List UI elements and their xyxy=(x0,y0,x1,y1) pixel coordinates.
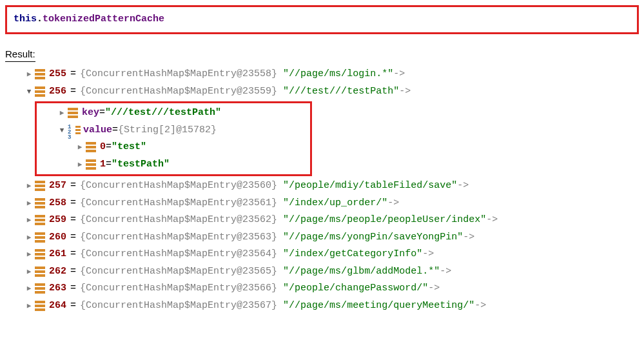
object-icon xyxy=(68,108,78,118)
entry-path: "///test///testPath" xyxy=(283,85,399,99)
entry-index: 261 xyxy=(49,247,66,262)
entry-path: "/index/up_order/" xyxy=(283,196,387,211)
equals-sign: = xyxy=(70,213,76,228)
value-type: {String[2]@15782} xyxy=(118,123,217,138)
chevron-down-icon[interactable]: ▼ xyxy=(56,125,68,136)
highlighted-children: ▶ key = "///test///testPath" ▼ 123 value… xyxy=(35,101,312,176)
object-icon xyxy=(35,69,45,79)
array-value: "testPath" xyxy=(112,157,170,172)
entry-path: "//page/ms/login.*" xyxy=(283,67,393,82)
entry-type: {ConcurrentHashMap$MapEntry@23558} xyxy=(80,67,277,82)
result-tree: ▶ 255 = {ConcurrentHashMap$MapEntry@2355… xyxy=(5,66,641,314)
entry-type: {ConcurrentHashMap$MapEntry@23563} xyxy=(80,230,277,245)
chevron-right-icon[interactable]: ▶ xyxy=(23,249,35,260)
value-label: value xyxy=(83,123,112,138)
entry-type: {ConcurrentHashMap$MapEntry@23559} xyxy=(80,85,277,99)
entry-type: {ConcurrentHashMap$MapEntry@23564} xyxy=(80,247,277,262)
tree-entry[interactable]: ▶ 258 = {ConcurrentHashMap$MapEntry@2356… xyxy=(5,195,641,212)
entry-path: "//page/ms/people/peopleUser/index" xyxy=(283,213,486,228)
entry-index: 255 xyxy=(49,67,66,82)
tree-entry-value[interactable]: ▼ 123 value = {String[2]@15782} xyxy=(38,122,310,139)
equals-sign: = xyxy=(70,299,76,314)
entry-arrow: -> xyxy=(440,265,451,279)
entry-index: 264 xyxy=(49,299,66,314)
expression-evaluator[interactable]: this.tokenizedPatternCache xyxy=(5,5,639,34)
entry-path: "/people/changePassword/" xyxy=(283,281,428,296)
entry-type: {ConcurrentHashMap$MapEntry@23561} xyxy=(80,196,277,211)
entry-arrow: -> xyxy=(486,213,498,228)
chevron-right-icon[interactable]: ▶ xyxy=(23,232,35,243)
equals-sign: = xyxy=(70,196,76,211)
entry-index: 262 xyxy=(49,265,66,279)
tree-entry[interactable]: ▶ 259 = {ConcurrentHashMap$MapEntry@2356… xyxy=(5,212,641,229)
tree-entry[interactable]: ▶ 263 = {ConcurrentHashMap$MapEntry@2356… xyxy=(5,280,641,297)
equals-sign: = xyxy=(112,123,118,138)
chevron-right-icon[interactable]: ▶ xyxy=(74,142,86,153)
array-item[interactable]: ▶ 1 = "testPath" xyxy=(38,156,310,174)
entry-arrow: -> xyxy=(463,230,474,245)
chevron-down-icon[interactable]: ▼ xyxy=(23,86,35,97)
entry-path: "//page/ms/meeting/queryMeeting/" xyxy=(283,299,474,314)
result-label: Result: xyxy=(5,47,35,63)
object-icon xyxy=(35,267,45,277)
chevron-right-icon[interactable]: ▶ xyxy=(23,301,35,312)
entry-arrow: -> xyxy=(457,179,469,194)
equals-sign: = xyxy=(70,265,76,279)
chevron-right-icon[interactable]: ▶ xyxy=(56,108,68,119)
chevron-right-icon[interactable]: ▶ xyxy=(23,181,35,192)
entry-index: 256 xyxy=(49,85,66,99)
entry-type: {ConcurrentHashMap$MapEntry@23562} xyxy=(80,213,277,228)
entry-arrow: -> xyxy=(387,196,399,211)
object-icon xyxy=(35,301,45,311)
object-icon xyxy=(35,181,45,191)
entry-path: "//page/ms/glbm/addModel.*" xyxy=(283,265,440,279)
array-icon: 123 xyxy=(68,125,81,136)
entry-index: 260 xyxy=(49,230,66,245)
chevron-right-icon[interactable]: ▶ xyxy=(23,283,35,294)
tree-entry[interactable]: ▶ 261 = {ConcurrentHashMap$MapEntry@2356… xyxy=(5,246,641,263)
chevron-right-icon[interactable]: ▶ xyxy=(23,69,35,80)
entry-arrow: -> xyxy=(428,281,440,296)
object-icon xyxy=(86,159,96,170)
chevron-right-icon[interactable]: ▶ xyxy=(74,159,86,170)
expr-dot: . xyxy=(37,14,43,25)
expr-this: this xyxy=(14,14,37,25)
tree-entry-key[interactable]: ▶ key = "///test///testPath" xyxy=(38,105,310,122)
entry-index: 263 xyxy=(49,281,66,296)
chevron-right-icon[interactable]: ▶ xyxy=(23,215,35,226)
array-item[interactable]: ▶ 0 = "test" xyxy=(38,139,310,156)
array-index: 0 xyxy=(100,140,106,155)
entry-path: "//page/ms/yongPin/saveYongPin" xyxy=(283,230,463,245)
entry-arrow: -> xyxy=(399,85,411,99)
equals-sign: = xyxy=(70,179,76,194)
tree-entry[interactable]: ▶ 255 = {ConcurrentHashMap$MapEntry@2355… xyxy=(5,66,641,83)
entry-index: 257 xyxy=(49,179,66,194)
object-icon xyxy=(35,232,45,243)
object-icon xyxy=(35,283,45,294)
entry-arrow: -> xyxy=(422,247,434,262)
array-index: 1 xyxy=(100,157,106,172)
tree-entry[interactable]: ▶ 264 = {ConcurrentHashMap$MapEntry@2356… xyxy=(5,297,641,315)
equals-sign: = xyxy=(70,281,76,296)
entry-type: {ConcurrentHashMap$MapEntry@23565} xyxy=(80,265,277,279)
entry-path: "/index/getCategoryInfo" xyxy=(283,247,422,262)
entry-type: {ConcurrentHashMap$MapEntry@23567} xyxy=(80,299,277,314)
entry-path: "/people/mdiy/tableFiled/save" xyxy=(283,179,457,194)
tree-entry[interactable]: ▶ 257 = {ConcurrentHashMap$MapEntry@2356… xyxy=(5,177,641,195)
entry-arrow: -> xyxy=(474,299,486,314)
equals-sign: = xyxy=(106,140,112,155)
tree-entry[interactable]: ▶ 262 = {ConcurrentHashMap$MapEntry@2356… xyxy=(5,263,641,281)
chevron-right-icon[interactable]: ▶ xyxy=(23,267,35,277)
entry-arrow: -> xyxy=(393,67,405,82)
key-value: "///test///testPath" xyxy=(105,106,221,121)
equals-sign: = xyxy=(70,67,76,82)
object-icon xyxy=(35,86,45,97)
entry-type: {ConcurrentHashMap$MapEntry@23566} xyxy=(80,281,277,296)
chevron-right-icon[interactable]: ▶ xyxy=(23,198,35,209)
tree-entry[interactable]: ▼ 256 = {ConcurrentHashMap$MapEntry@2355… xyxy=(5,83,641,101)
equals-sign: = xyxy=(70,230,76,245)
equals-sign: = xyxy=(99,106,105,121)
tree-entry[interactable]: ▶ 260 = {ConcurrentHashMap$MapEntry@2356… xyxy=(5,229,641,246)
object-icon xyxy=(35,198,45,208)
entry-index: 258 xyxy=(49,196,66,211)
